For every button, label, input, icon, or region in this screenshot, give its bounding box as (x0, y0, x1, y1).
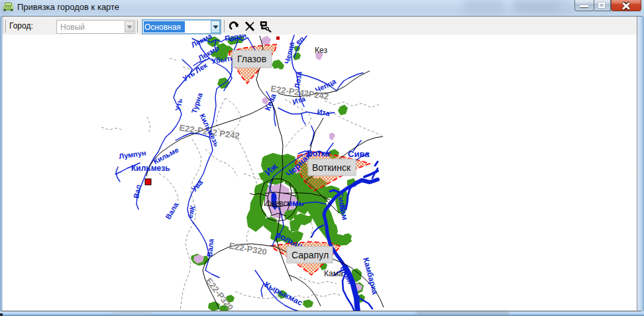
svg-text:Глазов: Глазов (237, 54, 266, 64)
svg-text:Лоза: Лоза (293, 70, 303, 89)
svg-text:Ижевск: Ижевск (264, 199, 292, 208)
svg-text:Лумпун: Лумпун (119, 148, 147, 160)
svg-text:Кам: Кам (338, 204, 350, 221)
svg-text:Турна: Турна (189, 91, 203, 115)
svg-text:Ува: Ува (190, 178, 205, 193)
svg-text:Кеза: Кеза (263, 92, 278, 112)
svg-text:Камбарка: Камбарка (361, 256, 380, 295)
svg-text:еп: еп (294, 34, 305, 46)
svg-text:Вал: Вал (132, 184, 142, 199)
svg-text:Вала: Вала (164, 201, 180, 221)
svg-text:Е22-Р320: Е22-Р320 (228, 240, 268, 257)
svg-text:Уть: Уть (174, 97, 184, 111)
svg-text:Вала: Вала (205, 238, 215, 257)
svg-text:еяК: еяК (186, 205, 197, 219)
svg-text:Ита: Ита (317, 107, 331, 117)
svg-text:Кильмезь: Кильмезь (131, 164, 170, 173)
svg-text:Кез: Кез (315, 46, 327, 55)
svg-text:ИЖ: ИЖ (352, 295, 362, 307)
svg-text:Кырыкмас: Кырыкмас (263, 280, 305, 307)
svg-text:Кама: Кама (324, 269, 343, 278)
svg-text:Чепца: Чепца (283, 40, 295, 64)
svg-text:Сива: Сива (348, 149, 370, 159)
svg-text:Сарапул: Сарапул (292, 250, 329, 260)
svg-text:Воткинск: Воткинск (312, 162, 351, 173)
